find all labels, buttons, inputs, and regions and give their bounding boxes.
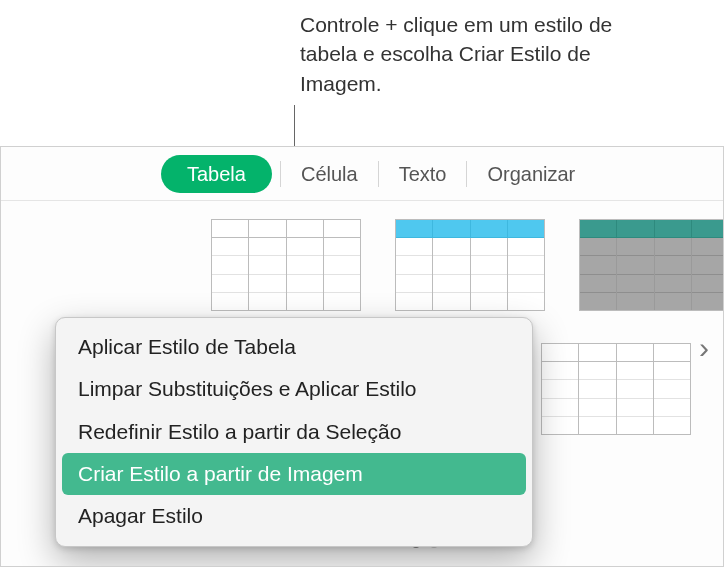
context-menu: Aplicar Estilo de Tabela Limpar Substitu… — [55, 317, 533, 547]
tab-celula[interactable]: Célula — [281, 155, 378, 193]
tab-texto[interactable]: Texto — [379, 155, 467, 193]
menu-item-create-style-from-image[interactable]: Criar Estilo a partir de Imagem — [62, 453, 526, 495]
next-page-arrow-icon[interactable]: › — [699, 331, 709, 365]
menu-item-redefine-style[interactable]: Redefinir Estilo a partir da Seleção — [62, 411, 526, 453]
table-style-thumb[interactable] — [395, 219, 545, 311]
table-styles-area: › Aplicar Estilo de Tabela Limpar Substi… — [1, 201, 723, 566]
annotation-text: Controle + clique em um estilo de tabela… — [300, 10, 630, 98]
menu-item-delete-style[interactable]: Apagar Estilo — [62, 495, 526, 537]
table-style-thumb[interactable] — [541, 343, 691, 435]
tab-bar: Tabela Célula Texto Organizar — [1, 147, 723, 201]
menu-item-apply-style[interactable]: Aplicar Estilo de Tabela — [62, 326, 526, 368]
tab-tabela[interactable]: Tabela — [161, 155, 272, 193]
tab-organizar[interactable]: Organizar — [467, 155, 595, 193]
table-style-thumb[interactable] — [211, 219, 361, 311]
menu-item-clear-overrides[interactable]: Limpar Substituições e Aplicar Estilo — [62, 368, 526, 410]
style-grid — [211, 219, 724, 311]
inspector-panel: Tabela Célula Texto Organizar — [0, 146, 724, 567]
table-style-thumb[interactable] — [579, 219, 724, 311]
